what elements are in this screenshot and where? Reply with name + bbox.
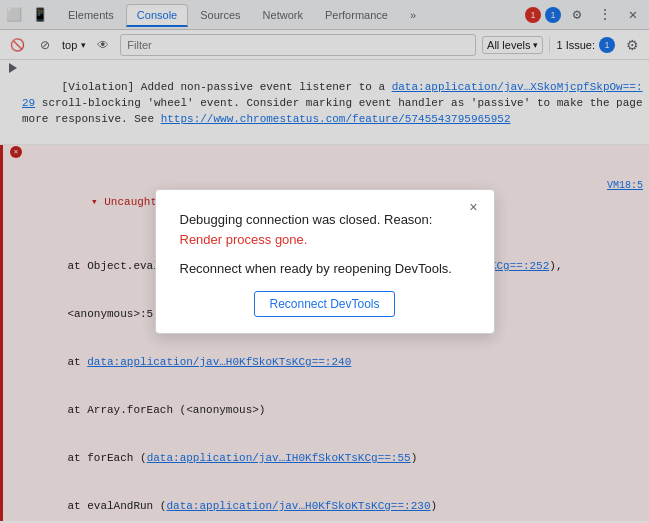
dialog: × Debugging connection was closed. Reaso… <box>155 189 495 334</box>
dialog-button-row: Reconnect DevTools <box>180 291 470 317</box>
dialog-reason: Render process gone. <box>180 232 308 247</box>
reconnect-button[interactable]: Reconnect DevTools <box>254 291 394 317</box>
dialog-close-button[interactable]: × <box>464 198 484 218</box>
dialog-line1-prefix: Debugging connection was closed. Reason: <box>180 212 433 227</box>
dialog-overlay: × Debugging connection was closed. Reaso… <box>0 0 649 523</box>
dialog-text-2: Reconnect when ready by reopening DevToo… <box>180 259 470 279</box>
dialog-text-1: Debugging connection was closed. Reason:… <box>180 210 470 249</box>
